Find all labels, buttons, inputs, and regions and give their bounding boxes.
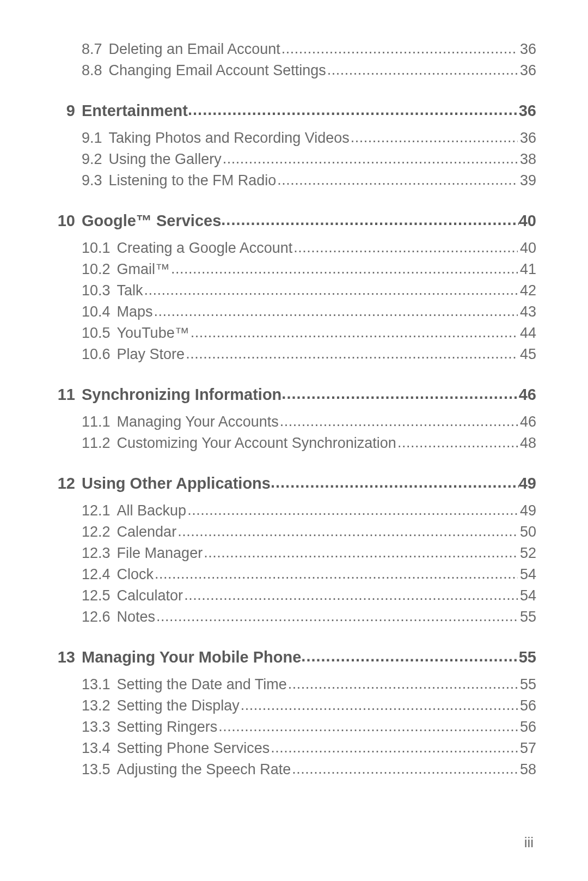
toc-sub-page: 50: [518, 524, 536, 540]
toc-sub-number: 11.2: [82, 435, 111, 452]
toc-sub-page: 54: [518, 566, 536, 583]
toc-sub-page: 46: [518, 414, 536, 430]
toc-chapter-entry[interactable]: 13 Managing Your Mobile Phone ..........…: [52, 648, 536, 666]
toc-sub-title: YouTube™: [111, 325, 189, 342]
toc-chapter-entry[interactable]: 12 Using Other Applications ............…: [52, 475, 536, 493]
toc-sub-page: 45: [518, 346, 536, 363]
toc-sub-title: Taking Photos and Recording Videos: [102, 130, 350, 147]
toc-chapter-page: 36: [519, 102, 536, 120]
toc-sub-title: Calendar: [111, 524, 177, 540]
toc-sub-entry[interactable]: 10.1 Creating a Google Account .........…: [52, 240, 536, 257]
toc-leader: ........................................…: [186, 502, 518, 519]
toc-leader: ........................................…: [301, 647, 518, 665]
toc-sub-entry[interactable]: 13.1 Setting the Date and Time .........…: [52, 676, 536, 693]
toc-sub-entry[interactable]: 12.6 Notes .............................…: [52, 609, 536, 625]
toc-leader: ........................................…: [271, 473, 519, 491]
toc-sub-title: Using the Gallery: [102, 151, 222, 168]
toc-sub-title: Setting the Date and Time: [111, 676, 287, 693]
toc-sub-entry[interactable]: 10.2 Gmail™ ............................…: [52, 261, 536, 278]
toc-sub-entry[interactable]: 12.3 File Manager ......................…: [52, 545, 536, 562]
toc-sub-page: 39: [518, 172, 536, 189]
toc-leader: ........................................…: [170, 260, 518, 277]
toc-sub-page: 44: [518, 325, 536, 342]
toc-sub-group: 11.1 Managing Your Accounts ............…: [52, 414, 536, 452]
toc-chapter-entry[interactable]: 9 Entertainment ........................…: [52, 102, 536, 120]
toc-chapter-page: 40: [519, 212, 536, 230]
toc-leader: ........................................…: [188, 101, 519, 119]
toc-sub-title: Setting Phone Services: [111, 740, 270, 757]
toc-sub-entry[interactable]: 9.2 Using the Gallery ..................…: [52, 151, 536, 168]
toc-sub-entry[interactable]: 13.4 Setting Phone Services ............…: [52, 740, 536, 757]
toc-chapter-number: 10: [52, 212, 82, 230]
toc-sub-number: 9.2: [82, 151, 102, 168]
toc-leader: ........................................…: [326, 62, 518, 78]
toc-sub-entry[interactable]: 8.8 Changing Email Account Settings ....…: [52, 62, 536, 79]
toc-leader: ........................................…: [217, 718, 518, 735]
toc-sub-number: 10.1: [82, 240, 111, 257]
toc-orphan-group: 8.7 Deleting an Email Account ..........…: [52, 41, 536, 79]
toc-leader: ........................................…: [176, 523, 518, 540]
toc-sub-page: 36: [518, 62, 536, 79]
toc-chapter-page: 46: [519, 386, 536, 404]
toc-sub-entry[interactable]: 10.4 Maps ..............................…: [52, 303, 536, 320]
toc-chapter-number: 12: [52, 475, 82, 493]
toc-sub-group: 13.1 Setting the Date and Time .........…: [52, 676, 536, 778]
toc-sub-number: 12.3: [82, 545, 111, 562]
toc-sub-entry[interactable]: 10.3 Talk ..............................…: [52, 282, 536, 299]
toc-sub-entry[interactable]: 13.5 Adjusting the Speech Rate .........…: [52, 761, 536, 778]
toc-leader: ........................................…: [154, 566, 518, 582]
toc-sub-entry[interactable]: 12.5 Calculator ........................…: [52, 587, 536, 604]
toc-sub-entry[interactable]: 9.1 Taking Photos and Recording Videos .…: [52, 130, 536, 147]
toc-sub-page: 58: [518, 761, 536, 778]
toc-sub-entry[interactable]: 13.3 Setting Ringers ...................…: [52, 719, 536, 736]
toc-sub-title: Maps: [111, 303, 153, 320]
toc-sub-number: 13.2: [82, 697, 111, 714]
toc-sub-entry[interactable]: 12.2 Calendar ..........................…: [52, 524, 536, 540]
toc-leader: ........................................…: [155, 608, 518, 625]
toc-sub-title: Changing Email Account Settings: [102, 62, 326, 79]
toc-sub-group: 9.1 Taking Photos and Recording Videos .…: [52, 130, 536, 189]
toc-leader: ........................................…: [143, 282, 518, 299]
toc-sub-entry[interactable]: 10.5 YouTube™ ..........................…: [52, 325, 536, 342]
toc-sub-title: Calculator: [111, 587, 183, 604]
toc-leader: ........................................…: [240, 697, 518, 714]
toc-leader: ........................................…: [292, 239, 518, 256]
toc-sub-number: 13.5: [82, 761, 111, 778]
toc-chapter-entry[interactable]: 11 Synchronizing Information ...........…: [52, 386, 536, 404]
toc-chapter-entry[interactable]: 10 Google™ Services ....................…: [52, 212, 536, 230]
toc-sub-title: Play Store: [111, 346, 185, 363]
toc-sub-title: All Backup: [111, 502, 187, 519]
toc-sub-group: 12.1 All Backup ........................…: [52, 502, 536, 625]
toc-sub-number: 10.5: [82, 325, 111, 342]
toc-sub-number: 12.2: [82, 524, 111, 540]
toc-sub-entry[interactable]: 9.3 Listening to the FM Radio ..........…: [52, 172, 536, 189]
toc-sub-number: 12.5: [82, 587, 111, 604]
toc-chapter-number: 13: [52, 648, 82, 666]
toc-leader: ........................................…: [153, 303, 518, 320]
toc-sub-entry[interactable]: 11.2 Customizing Your Account Synchroniz…: [52, 435, 536, 452]
toc-sub-number: 10.2: [82, 261, 111, 278]
toc-sub-group: 10.1 Creating a Google Account .........…: [52, 240, 536, 363]
toc-sub-entry[interactable]: 12.1 All Backup ........................…: [52, 502, 536, 519]
toc-leader: ........................................…: [185, 345, 518, 362]
toc-leader: ........................................…: [189, 324, 518, 341]
toc-sub-number: 13.4: [82, 740, 111, 757]
toc-sub-title: Adjusting the Speech Rate: [111, 761, 291, 778]
toc-sub-title: Creating a Google Account: [111, 240, 293, 257]
toc-sub-entry[interactable]: 12.4 Clock .............................…: [52, 566, 536, 583]
toc-sub-number: 10.3: [82, 282, 111, 299]
toc-sub-number: 8.8: [82, 62, 102, 79]
toc-sub-title: File Manager: [111, 545, 203, 562]
toc-sub-number: 13.1: [82, 676, 111, 693]
toc-sub-entry[interactable]: 8.7 Deleting an Email Account ..........…: [52, 41, 536, 58]
toc-sub-title: Notes: [111, 609, 156, 625]
toc-sub-entry[interactable]: 13.2 Setting the Display ...............…: [52, 697, 536, 714]
toc-leader: ........................................…: [203, 544, 518, 561]
toc-sub-title: Setting the Display: [111, 697, 240, 714]
toc-sub-entry[interactable]: 11.1 Managing Your Accounts ............…: [52, 414, 536, 430]
toc-leader: ........................................…: [281, 385, 518, 403]
toc-sub-page: 38: [518, 151, 536, 168]
toc-chapter-title: Entertainment: [82, 102, 188, 120]
toc-leader: ........................................…: [396, 434, 518, 451]
toc-sub-entry[interactable]: 10.6 Play Store ........................…: [52, 346, 536, 363]
